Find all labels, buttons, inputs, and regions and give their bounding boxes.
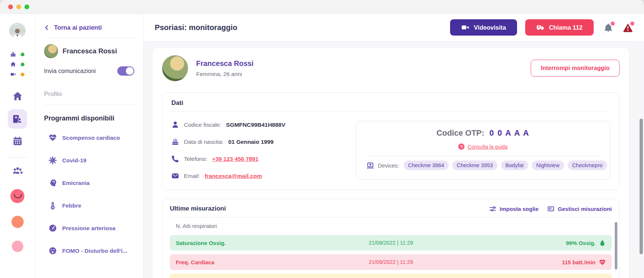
set-thresholds-button[interactable]: Imposta soglie xyxy=(489,205,539,212)
stop-monitoring-button[interactable]: Interrompi monitoraggio xyxy=(531,60,620,77)
main-header: Psoriasi: monitoraggio Videovisita Chiam… xyxy=(144,14,644,42)
measurement-row-saturation[interactable]: Saturazione Ossig. 21/09/2022 | 11:29 99… xyxy=(170,235,612,251)
phone-icon xyxy=(171,155,179,163)
app-shortcut-orange[interactable] xyxy=(11,216,24,228)
envelope-icon xyxy=(171,172,179,180)
status-group xyxy=(10,52,24,77)
rail-divider xyxy=(7,157,28,158)
notifications-button[interactable] xyxy=(603,23,613,33)
titlebar xyxy=(0,0,644,14)
divider xyxy=(366,156,600,156)
program-label: Covid-19 xyxy=(62,157,86,164)
maximize-window-button[interactable] xyxy=(24,4,29,9)
people-icon xyxy=(13,166,23,176)
call-112-button[interactable]: Chiama 112 xyxy=(525,19,594,36)
program-item-scompenso[interactable]: Scompenso cardiaco xyxy=(48,133,134,142)
home-icon xyxy=(13,91,23,101)
droplet-icon xyxy=(599,239,606,246)
dati-section: Dati Codice fiscale: SGMFNC99B41H888V xyxy=(162,92,620,190)
otp-box: Codice OTP: 0 0 A A A ? Consulta la guid… xyxy=(356,121,610,180)
divider xyxy=(44,105,136,105)
cake-icon xyxy=(171,138,179,146)
sliders-icon xyxy=(489,205,496,212)
device-chip[interactable]: Nightview xyxy=(532,160,564,170)
programs-title: Programmi disponibili xyxy=(44,115,134,122)
program-label: Emicrania xyxy=(62,180,90,186)
chevron-left-icon xyxy=(44,25,50,30)
home-icon xyxy=(10,62,16,67)
patient-avatar xyxy=(44,44,58,58)
close-window-button[interactable] xyxy=(8,4,13,9)
sidebar-item-home[interactable] xyxy=(13,91,23,101)
guide-link: Consulta la guida xyxy=(467,144,507,150)
phone-link[interactable]: +39 123 456 7891 xyxy=(212,156,258,162)
device-chip[interactable]: Checkmepro xyxy=(568,160,607,170)
app-shortcut-pink[interactable] xyxy=(12,241,23,252)
sidebar-patient-row[interactable]: Francesca Rossi xyxy=(44,44,134,58)
program-label: Pressione arteriosa xyxy=(62,225,115,232)
otp-label: Codice OTP: xyxy=(436,129,484,138)
action-label: Imposta soglie xyxy=(500,206,539,212)
sidebar-patient-name: Francesca Rossi xyxy=(63,47,117,55)
communications-toggle-row: Invia comunicazioni xyxy=(44,66,134,76)
patients-card-icon xyxy=(12,114,23,124)
notification-dot xyxy=(611,21,615,26)
anxious-face-icon xyxy=(48,246,57,255)
alerts-button[interactable] xyxy=(623,23,633,33)
measurement-name: Freq. Cardiaca xyxy=(176,259,369,265)
thermometer-icon xyxy=(48,201,57,210)
field-label: Codice fiscale: xyxy=(184,122,221,128)
sidebar-item-team[interactable] xyxy=(13,166,23,176)
question-icon: ? xyxy=(458,143,464,150)
program-item-pressione[interactable]: Pressione arteriosa xyxy=(48,224,134,232)
status-row-clinic[interactable] xyxy=(10,52,24,57)
manage-icon xyxy=(547,205,554,212)
field-telefono: Telefono: +39 123 456 7891 xyxy=(171,155,285,163)
status-row-home[interactable] xyxy=(10,62,24,67)
app-shortcut-red[interactable] xyxy=(10,189,24,203)
videovisit-button[interactable]: Videovisita xyxy=(450,19,517,36)
device-chip[interactable]: Checkme 3964 xyxy=(404,160,449,170)
device-chip[interactable]: Bodyfat xyxy=(501,160,528,170)
person-icon xyxy=(171,121,179,129)
notification-dot xyxy=(630,21,634,26)
back-to-patients-link[interactable]: Torna ai pazienti xyxy=(44,24,134,31)
divider xyxy=(171,112,610,112)
patient-name: Francesca Rossi xyxy=(196,59,254,68)
measurement-row-systolic[interactable]: Sistolica (massima) 21/09/2022 | 11:29 7… xyxy=(170,274,612,278)
measurement-row-heart-rate[interactable]: Freq. Cardiaca 21/09/2022 | 11:29 115 ba… xyxy=(170,254,612,270)
profile-section-label: Profilo xyxy=(44,90,134,98)
devices-row: Devices: Checkme 3964 Checkme 3953 Bodyf… xyxy=(366,160,600,170)
measurements-scrollbar[interactable] xyxy=(615,222,617,269)
measurement-row-respiratory[interactable]: N. Atti respiratori xyxy=(170,218,612,235)
toggle-label: Invia comunicazioni xyxy=(44,68,96,75)
heart-pulse-icon xyxy=(599,259,606,266)
sidebar-item-patients[interactable] xyxy=(8,109,27,129)
field-label: Telefono: xyxy=(184,156,207,162)
page-scrollbar[interactable] xyxy=(640,119,643,254)
measurement-name: Saturazione Ossig. xyxy=(176,240,369,246)
program-item-covid[interactable]: Covid-19 xyxy=(48,156,134,165)
field-label: Data di nascita: xyxy=(184,139,224,145)
measurement-datetime: 21/09/2022 | 11:29 xyxy=(369,240,413,246)
manage-measurements-button[interactable]: Gestisci misurazioni xyxy=(547,205,612,212)
status-dot xyxy=(21,73,24,76)
guide-link-row[interactable]: ? Consulta la guida xyxy=(458,143,507,150)
device-chip[interactable]: Checkme 3953 xyxy=(452,160,497,170)
email-link[interactable]: francesca@mail.com xyxy=(205,173,262,179)
program-item-emicrania[interactable]: Emicrania xyxy=(48,179,134,187)
divider xyxy=(44,38,136,38)
virus-icon xyxy=(48,156,57,165)
field-value: 01 Gennaio 1999 xyxy=(228,139,274,145)
doctor-avatar[interactable] xyxy=(9,23,26,39)
status-row-video[interactable] xyxy=(10,72,24,77)
program-label: Scompenso cardiaco xyxy=(62,135,120,141)
monitoring-card: Francesca Rossi Femmina, 26 anni Interro… xyxy=(152,47,630,278)
calendar-icon xyxy=(13,136,23,146)
program-item-febbre[interactable]: Febbre xyxy=(48,201,134,210)
measurements-title: Ultime misurazioni xyxy=(170,205,226,212)
communications-toggle[interactable] xyxy=(117,66,134,76)
program-item-fomo[interactable]: FOMO - Disturbo dell'i... xyxy=(48,246,134,255)
sidebar-item-calendar[interactable] xyxy=(13,136,23,146)
minimize-window-button[interactable] xyxy=(16,4,21,9)
